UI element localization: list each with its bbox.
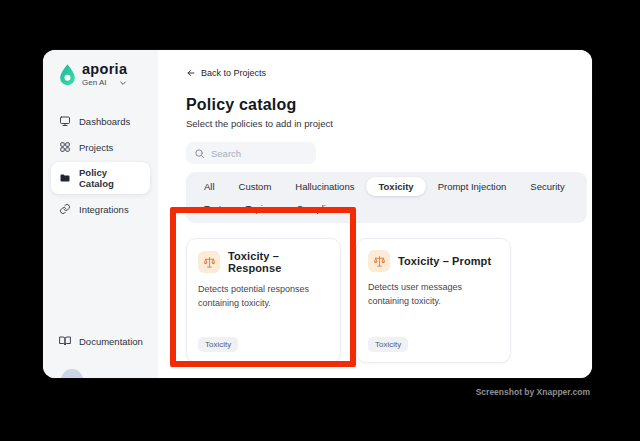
sidebar-item-label: Integrations [79, 204, 129, 215]
policy-cards: Toxicity – Response Detects potential re… [186, 238, 592, 363]
arrow-left-icon [186, 68, 196, 78]
filter-tab[interactable]: Security [518, 177, 576, 196]
search-input[interactable] [186, 142, 316, 164]
sidebar-item-dashboards[interactable]: Dashboards [51, 110, 150, 132]
workspace-name: Gen AI [82, 78, 106, 87]
card-tag: Toxicity [368, 337, 408, 352]
sidebar-item-label: Documentation [79, 336, 143, 347]
book-icon [59, 335, 71, 347]
sidebar-item-projects[interactable]: Projects [51, 136, 150, 158]
scales-icon [198, 251, 220, 273]
policy-card-toxicity-response[interactable]: Toxicity – Response Detects potential re… [186, 238, 341, 363]
filter-tab[interactable]: Toxicity [366, 177, 425, 196]
filter-tab[interactable]: Topics [233, 199, 284, 218]
folder-icon [59, 172, 71, 184]
screenshot-background: aporia Gen AI Dashboards [0, 0, 640, 441]
page-subtitle: Select the policies to add in project [186, 118, 592, 129]
monitor-icon [59, 115, 71, 127]
card-header: Toxicity – Response [198, 250, 329, 274]
card-description: Detects user messages containing toxicit… [368, 281, 499, 309]
filter-tab[interactable]: Compliance [284, 199, 358, 218]
watermark: Screenshot by Xnapper.com [476, 387, 590, 397]
filter-tab[interactable]: All [192, 177, 227, 196]
chevron-down-icon[interactable] [119, 79, 127, 87]
sidebar-item-integrations[interactable]: Integrations [51, 198, 150, 220]
page-title: Policy catalog [186, 95, 592, 114]
sidebar-item-policy-catalog[interactable]: Policy Catalog [51, 162, 150, 194]
card-description: Detects potential responses containing t… [198, 283, 329, 311]
main-content: Back to Projects Policy catalog Select t… [158, 50, 592, 378]
card-title: Toxicity – Prompt [398, 255, 491, 267]
app-window: aporia Gen AI Dashboards [43, 50, 592, 378]
card-tag: Toxicity [198, 337, 238, 352]
sidebar-item-documentation[interactable]: Documentation [51, 330, 150, 352]
filter-tab[interactable]: Custom [227, 177, 284, 196]
card-header: Toxicity – Prompt [368, 250, 499, 272]
sidebar-item-label: Policy Catalog [79, 167, 142, 189]
sidebar-item-label: Dashboards [79, 116, 130, 127]
filter-tab[interactable]: Hallucinations [283, 177, 366, 196]
search-icon [194, 148, 205, 159]
filter-tabs: All Custom Hallucinations Toxicity Promp… [186, 172, 587, 223]
back-link-label: Back to Projects [201, 68, 266, 78]
brand[interactable]: aporia Gen AI [51, 62, 150, 87]
grid-icon [59, 141, 71, 153]
back-to-projects-link[interactable]: Back to Projects [186, 68, 266, 78]
filter-tab[interactable]: Test [192, 199, 233, 218]
card-title: Toxicity – Response [228, 250, 329, 274]
sidebar-item-label: Projects [79, 142, 113, 153]
link-icon [59, 203, 71, 215]
search-field[interactable] [211, 148, 308, 159]
policy-card-toxicity-prompt[interactable]: Toxicity – Prompt Detects user messages … [356, 238, 511, 363]
brand-name: aporia [82, 62, 127, 77]
sidebar-nav: Dashboards Projects Policy Catalog [51, 110, 150, 220]
aporia-logo-icon [58, 63, 77, 86]
sidebar: aporia Gen AI Dashboards [43, 50, 158, 378]
filter-tab[interactable]: Prompt Injection [426, 177, 519, 196]
scales-icon [368, 250, 390, 272]
